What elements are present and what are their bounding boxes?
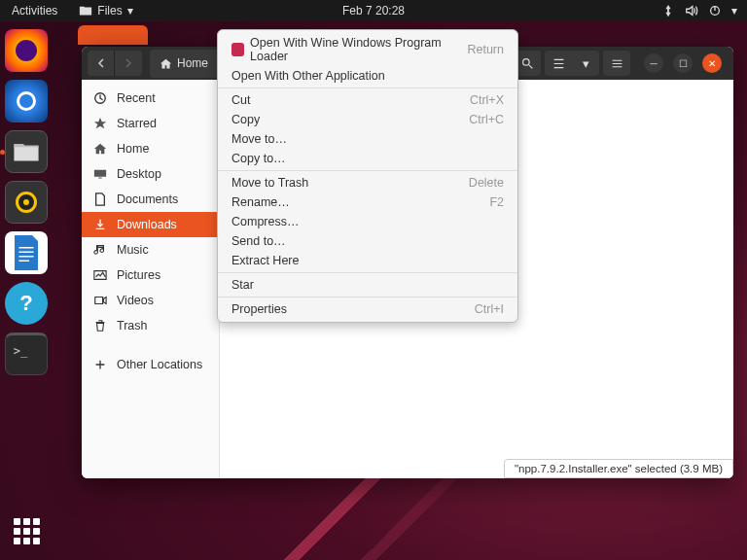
- menu-item-shortcut: F2: [489, 195, 504, 209]
- menu-item-label: Cut: [231, 93, 250, 107]
- menu-item-open-with-other-application[interactable]: Open With Other Application: [218, 66, 517, 86]
- sidebar-item-documents[interactable]: Documents: [82, 187, 219, 212]
- home-icon: [160, 57, 172, 70]
- menu-item-copy[interactable]: CopyCtrl+C: [218, 110, 517, 129]
- svg-point-1: [522, 58, 529, 65]
- nav-forward[interactable]: [115, 51, 142, 76]
- menu-item-label: Properties: [231, 302, 287, 316]
- nav-back[interactable]: [88, 51, 115, 76]
- chevron-down-icon: ▾: [127, 4, 133, 18]
- path-home[interactable]: Home: [150, 52, 218, 75]
- document-icon: [12, 235, 41, 270]
- menu-separator: [218, 88, 517, 88]
- menu-item-label: Move to…: [231, 132, 287, 146]
- sidebar-item-recent[interactable]: Recent: [82, 86, 219, 111]
- menu-item-move-to-trash[interactable]: Move to TrashDelete: [218, 173, 517, 192]
- dock-files[interactable]: [5, 130, 48, 173]
- menu-item-label: Extract Here: [231, 254, 299, 267]
- sidebar-item-downloads[interactable]: Downloads: [82, 212, 219, 237]
- app-menu[interactable]: Files ▾: [69, 4, 142, 18]
- dock-help[interactable]: ?: [5, 282, 48, 325]
- music-icon: [93, 243, 107, 257]
- activities-button[interactable]: Activities: [0, 4, 69, 18]
- sidebar-item-label: Downloads: [117, 218, 177, 231]
- menu-item-cut[interactable]: CutCtrl+X: [218, 90, 517, 110]
- window-maximize[interactable]: ☐: [673, 53, 693, 73]
- sidebar-item-label: Videos: [117, 294, 154, 307]
- volume-icon: [685, 4, 698, 18]
- sidebar-item-label: Recent: [117, 91, 156, 105]
- dock-libreoffice-writer[interactable]: [5, 231, 48, 274]
- context-menu: Open With Wine Windows Program LoaderRet…: [217, 29, 518, 323]
- menu-item-label: Open With Other Application: [231, 69, 385, 83]
- videos-icon: [93, 294, 107, 307]
- menu-separator: [218, 170, 517, 171]
- downloads-icon: [93, 218, 107, 231]
- sidebar-item-label: Desktop: [117, 167, 161, 181]
- status-bar: "npp.7.9.2.Installer.exe" selected (3.9 …: [504, 459, 733, 478]
- menu-item-copy-to[interactable]: Copy to…: [218, 149, 517, 168]
- menu-item-shortcut: Ctrl+X: [470, 93, 504, 107]
- menu-item-label: Send to…: [231, 234, 286, 248]
- chevron-right-icon: [124, 58, 133, 68]
- wine-icon: [231, 43, 244, 56]
- app-menu-label: Files: [97, 4, 122, 18]
- menu-item-label: Star: [231, 278, 254, 292]
- home-icon: [93, 142, 107, 156]
- list-icon: [552, 57, 565, 70]
- recent-icon: [93, 91, 107, 105]
- menu-item-move-to[interactable]: Move to…: [218, 129, 517, 149]
- menu-separator: [218, 297, 517, 298]
- path-home-label: Home: [177, 56, 208, 70]
- sidebar-item-desktop[interactable]: Desktop: [82, 161, 219, 187]
- pictures-icon: [93, 268, 107, 282]
- menu-item-shortcut: Return: [467, 43, 504, 56]
- files-icon: [14, 141, 39, 162]
- sidebar-item-home[interactable]: Home: [82, 136, 219, 161]
- sidebar-item-label: Music: [117, 243, 149, 257]
- documents-icon: [93, 192, 107, 206]
- menu-item-properties[interactable]: PropertiesCtrl+I: [218, 299, 517, 319]
- view-list-button[interactable]: [545, 51, 572, 76]
- menu-item-label: Move to Trash: [231, 176, 308, 190]
- dock-rhythmbox[interactable]: [5, 181, 48, 224]
- sidebar-item-videos[interactable]: Videos: [82, 288, 219, 313]
- sidebar-item-label: Documents: [117, 192, 178, 206]
- menu-item-label: Copy: [231, 113, 260, 126]
- menu-item-shortcut: Delete: [469, 176, 504, 190]
- menu-item-open-with-wine-windows-program-loader[interactable]: Open With Wine Windows Program LoaderRet…: [218, 33, 517, 66]
- chevron-left-icon: [96, 58, 106, 68]
- sidebar-item-music[interactable]: Music: [82, 237, 219, 262]
- window-close[interactable]: ✕: [702, 53, 722, 73]
- menu-item-label: Open With Wine Windows Program Loader: [250, 36, 467, 63]
- dock-thunderbird[interactable]: [5, 80, 48, 122]
- menu-item-star[interactable]: Star: [218, 275, 517, 295]
- menu-item-send-to[interactable]: Send to…: [218, 231, 517, 251]
- sidebar-item-pictures[interactable]: Pictures: [82, 262, 219, 288]
- top-bar: Activities Files ▾ Feb 7 20:28 ▾: [0, 0, 747, 21]
- view-dropdown[interactable]: ▾: [572, 51, 599, 76]
- menu-item-rename[interactable]: Rename…F2: [218, 192, 517, 212]
- window-minimize[interactable]: ─: [644, 53, 663, 73]
- sidebar-item-other-locations[interactable]: Other Locations: [82, 352, 219, 377]
- desktop-icon: [93, 167, 107, 181]
- sidebar-item-label: Trash: [117, 319, 148, 332]
- sidebar-item-starred[interactable]: Starred: [82, 111, 219, 136]
- menu-item-compress[interactable]: Compress…: [218, 212, 517, 231]
- sidebar-item-trash[interactable]: Trash: [82, 313, 219, 338]
- menu-item-shortcut: Ctrl+C: [469, 113, 504, 126]
- dock-firefox[interactable]: [5, 29, 48, 72]
- starred-icon: [93, 117, 107, 130]
- clock[interactable]: Feb 7 20:28: [342, 4, 405, 18]
- dock-terminal[interactable]: >_: [5, 332, 48, 375]
- menu-item-label: Copy to…: [231, 152, 286, 165]
- sidebar-item-label: Other Locations: [117, 358, 202, 371]
- show-applications[interactable]: [14, 518, 40, 544]
- menu-item-extract-here[interactable]: Extract Here: [218, 251, 517, 270]
- system-tray[interactable]: ▾: [652, 4, 747, 18]
- other-icon: [93, 358, 107, 371]
- sidebar-item-label: Home: [117, 142, 149, 156]
- hamburger-menu[interactable]: [603, 51, 630, 76]
- desktop-home-icon[interactable]: [78, 25, 148, 45]
- search-icon: [521, 57, 534, 70]
